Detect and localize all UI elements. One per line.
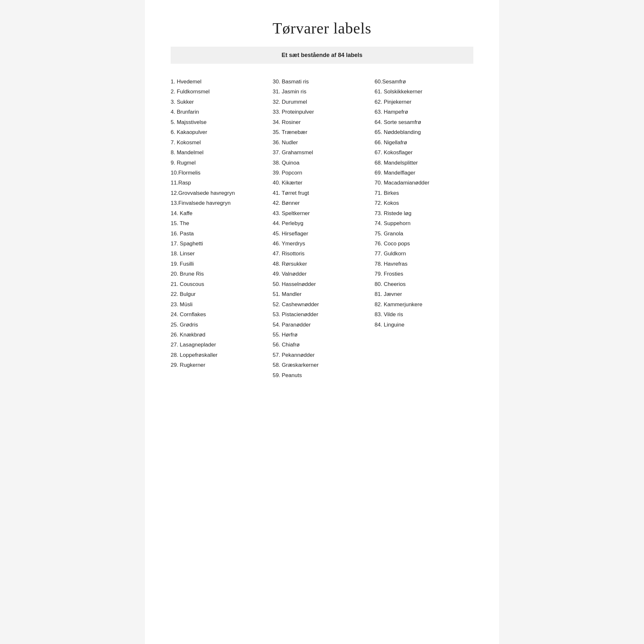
- list-item: 10.Flormelis: [171, 168, 266, 178]
- list-item: 69. Mandelflager: [374, 168, 470, 178]
- list-item: 50. Hasselnødder: [273, 279, 368, 289]
- list-item: 84. Linguine: [374, 320, 470, 330]
- list-item: 70. Macadamianødder: [374, 178, 470, 188]
- list-item: 31. Jasmin ris: [273, 87, 368, 97]
- list-item: 56. Chiafrø: [273, 340, 368, 350]
- list-item: 9. Rugmel: [171, 158, 266, 168]
- list-item: 54. Paranødder: [273, 320, 368, 330]
- list-item: 77. Guldkorn: [374, 249, 470, 259]
- list-item: 37. Grahamsmel: [273, 147, 368, 157]
- list-item: 7. Kokosmel: [171, 137, 266, 147]
- list-item: 61. Solskikkekerner: [374, 87, 470, 97]
- columns-container: 1. Hvedemel2. Fuldkornsmel3. Sukker4. Br…: [171, 77, 473, 380]
- list-item: 68. Mandelsplitter: [374, 158, 470, 168]
- list-item: 79. Frosties: [374, 269, 470, 279]
- list-item: 44. Perlebyg: [273, 218, 368, 228]
- column-2: 30. Basmati ris31. Jasmin ris32. Durumme…: [270, 77, 372, 380]
- list-item: 76. Coco pops: [374, 239, 470, 249]
- list-item: 83. Vilde ris: [374, 309, 470, 319]
- list-item: 53. Pistacienødder: [273, 309, 368, 319]
- list-item: 34. Rosiner: [273, 117, 368, 127]
- list-item: 15. The: [171, 218, 266, 228]
- subtitle-bar: Et sæt bestående af 84 labels: [171, 47, 473, 64]
- list-item: 16. Pasta: [171, 229, 266, 239]
- list-item: 20. Brune Ris: [171, 269, 266, 279]
- list-item: 6. Kakaopulver: [171, 127, 266, 137]
- list-item: 67. Kokosflager: [374, 147, 470, 157]
- list-item: 64. Sorte sesamfrø: [374, 117, 470, 127]
- list-item: 58. Græskarkerner: [273, 360, 368, 370]
- list-item: 8. Mandelmel: [171, 147, 266, 157]
- list-item: 80. Cheerios: [374, 279, 470, 289]
- list-item: 1. Hvedemel: [171, 77, 266, 87]
- list-item: 5. Majsstivelse: [171, 117, 266, 127]
- list-item: 42. Bønner: [273, 198, 368, 208]
- list-item: 65. Nøddeblanding: [374, 127, 470, 137]
- list-item: 18. Linser: [171, 249, 266, 259]
- list-item: 3. Sukker: [171, 97, 266, 107]
- list-item: 32. Durummel: [273, 97, 368, 107]
- list-item: 73. Ristede løg: [374, 208, 470, 218]
- list-item: 11.Rasp: [171, 178, 266, 188]
- list-item: 74. Suppehorn: [374, 218, 470, 228]
- list-item: 23. Müsli: [171, 299, 266, 309]
- list-item: 59. Peanuts: [273, 370, 368, 380]
- list-item: 45. Hirseflager: [273, 229, 368, 239]
- list-item: 22. Bulgur: [171, 289, 266, 299]
- list-item: 12.Grovvalsede havregryn: [171, 188, 266, 198]
- list-item: 52. Cashewnødder: [273, 299, 368, 309]
- list-item: 30. Basmati ris: [273, 77, 368, 87]
- column-3: 60.Sesamfrø61. Solskikkekerner62. Pinjek…: [371, 77, 473, 380]
- list-item: 62. Pinjekerner: [374, 97, 470, 107]
- list-item: 57. Pekannødder: [273, 350, 368, 360]
- list-item: 72. Kokos: [374, 198, 470, 208]
- list-item: 24. Cornflakes: [171, 309, 266, 319]
- list-item: 82. Kammerjunkere: [374, 299, 470, 309]
- list-item: 13.Finvalsede havregryn: [171, 198, 266, 208]
- page: Tørvarer labels Et sæt bestående af 84 l…: [145, 0, 499, 644]
- list-item: 33. Proteinpulver: [273, 107, 368, 117]
- list-item: 4. Brunfarin: [171, 107, 266, 117]
- list-item: 38. Quinoa: [273, 158, 368, 168]
- list-item: 14. Kaffe: [171, 208, 266, 218]
- list-item: 47. Risottoris: [273, 249, 368, 259]
- list-item: 46. Ymerdrys: [273, 239, 368, 249]
- list-item: 60.Sesamfrø: [374, 77, 470, 87]
- list-item: 55. Hørfrø: [273, 330, 368, 340]
- list-item: 2. Fuldkornsmel: [171, 87, 266, 97]
- list-item: 19. Fusilli: [171, 259, 266, 269]
- list-item: 27. Lasagneplader: [171, 340, 266, 350]
- list-item: 40. Kikærter: [273, 178, 368, 188]
- list-item: 75. Granola: [374, 229, 470, 239]
- list-item: 71. Birkes: [374, 188, 470, 198]
- list-item: 39. Popcorn: [273, 168, 368, 178]
- column-1: 1. Hvedemel2. Fuldkornsmel3. Sukker4. Br…: [171, 77, 270, 380]
- list-item: 49. Valnødder: [273, 269, 368, 279]
- list-item: 28. Loppefrøskaller: [171, 350, 266, 360]
- list-item: 63. Hampefrø: [374, 107, 470, 117]
- list-item: 36. Nudler: [273, 137, 368, 147]
- list-item: 26. Knækbrød: [171, 330, 266, 340]
- list-item: 51. Mandler: [273, 289, 368, 299]
- list-item: 81. Jævner: [374, 289, 470, 299]
- list-item: 48. Rørsukker: [273, 259, 368, 269]
- subtitle: Et sæt bestående af 84 labels: [281, 52, 362, 58]
- list-item: 25. Grødris: [171, 320, 266, 330]
- list-item: 66. Nigellafrø: [374, 137, 470, 147]
- page-title: Tørvarer labels: [171, 19, 473, 37]
- list-item: 41. Tørret frugt: [273, 188, 368, 198]
- list-item: 17. Spaghetti: [171, 239, 266, 249]
- list-item: 43. Speltkerner: [273, 208, 368, 218]
- list-item: 78. Havrefras: [374, 259, 470, 269]
- list-item: 21. Couscous: [171, 279, 266, 289]
- list-item: 35. Trænebær: [273, 127, 368, 137]
- list-item: 29. Rugkerner: [171, 360, 266, 370]
